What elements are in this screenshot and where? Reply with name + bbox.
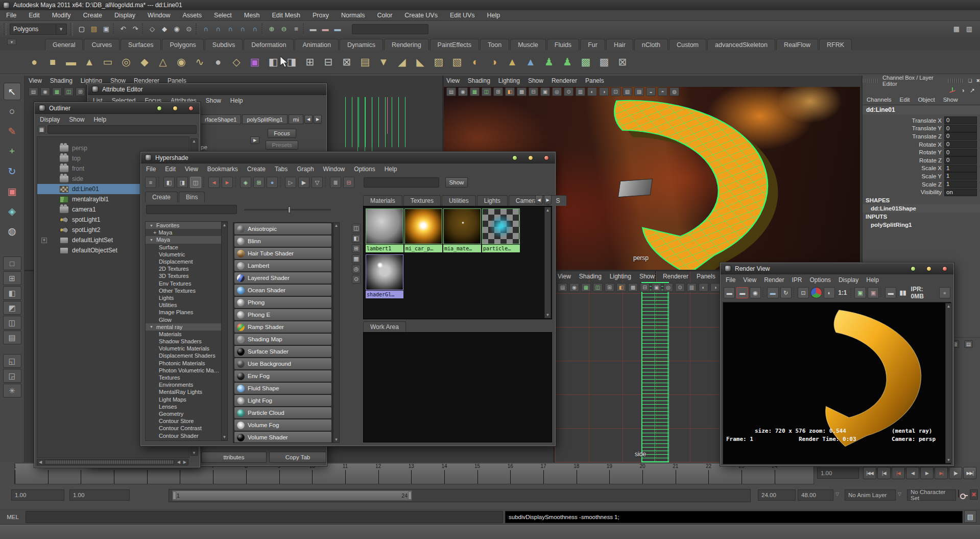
gripper[interactable] <box>4 23 7 35</box>
panel-toolbar-icon[interactable]: ◫ <box>482 87 491 96</box>
shelf-tool-icon[interactable]: ∿ <box>192 54 207 70</box>
chevron-down-icon[interactable]: ▽ <box>898 491 901 497</box>
channel-value-field[interactable]: 1 <box>944 180 977 188</box>
time-slider-frame[interactable]: 20 <box>642 463 676 484</box>
animation-start-field[interactable]: 1.00 <box>11 489 64 501</box>
animation-end-field[interactable]: 48.00 <box>798 489 833 501</box>
hypershade-toolbar-icon[interactable]: ► <box>222 177 233 188</box>
material-list-scrollbar[interactable]: ▲ ▼ <box>333 222 340 443</box>
render-view-menu-item[interactable]: View <box>743 276 756 284</box>
create-material-button[interactable]: Layered Shader <box>234 272 332 284</box>
scroll-down-icon[interactable]: ▼ <box>546 313 550 317</box>
time-slider-frame[interactable]: 7 <box>213 463 246 484</box>
playback-button[interactable]: |◀ <box>892 467 905 479</box>
scroll-thumb[interactable] <box>45 460 174 464</box>
panel-toolbar-icon[interactable]: ▤ <box>558 283 567 292</box>
panel-toolbar-icon[interactable]: ◐ <box>587 87 597 96</box>
scroll-up-icon[interactable]: ▲ <box>334 223 339 228</box>
maximize-light[interactable] <box>528 155 533 160</box>
playback-button[interactable]: ▶ <box>920 467 934 479</box>
hypershade-toolbar-icon[interactable]: ◧ <box>163 177 175 188</box>
time-slider-frame[interactable]: 13 <box>411 463 444 484</box>
playback-button[interactable]: ◀ <box>906 467 919 479</box>
time-slider-frame[interactable]: 11 <box>345 463 378 484</box>
render-view-menu-item[interactable]: Render <box>764 276 784 284</box>
load-attributes-button[interactable]: ttributes <box>201 452 267 463</box>
status-icon[interactable]: ◆ <box>159 24 170 35</box>
material-swatch[interactable]: lambert1 <box>366 208 403 252</box>
tab-scroll-left-icon[interactable]: ◀ <box>304 115 313 124</box>
pane-option-icon[interactable]: ▦ <box>352 254 361 263</box>
shelf-tab[interactable]: advancedSkeleton <box>707 39 775 50</box>
render-view-toolbar-icon[interactable] <box>762 288 766 298</box>
time-slider-frame[interactable]: 23 <box>742 463 775 484</box>
panel-menu-item[interactable]: Panels <box>697 273 715 280</box>
status-icon[interactable]: ↷ <box>130 24 141 35</box>
render-view-toolbar-icon[interactable]: ◐ <box>824 287 835 298</box>
presets-button[interactable]: Presets <box>266 140 298 150</box>
undock-icon[interactable]: ❏ <box>968 78 972 83</box>
shelf-tab[interactable]: Toon <box>480 39 509 50</box>
hypershade-toolbar-icon[interactable]: ▶ <box>298 177 309 188</box>
create-tree-item[interactable]: 3D Textures <box>146 272 227 279</box>
shelf-tool-icon[interactable]: ▲ <box>82 54 97 70</box>
create-tree-item[interactable]: mental ray <box>146 323 227 331</box>
menu-item[interactable]: Edit <box>29 12 40 19</box>
hypershade-menu-item[interactable]: Tabs <box>275 166 288 173</box>
sidebar-toggle-icon[interactable]: ▦ <box>951 24 962 35</box>
shelf-tab[interactable]: Surfaces <box>121 39 161 50</box>
create-tree-item[interactable]: Lenses <box>146 403 227 410</box>
create-tree-item[interactable]: Surface <box>146 244 227 251</box>
logo-mesh-persp[interactable] <box>559 89 784 276</box>
create-tree-item[interactable]: Favorites <box>146 222 227 229</box>
playback-button[interactable]: ▶▶| <box>963 467 976 479</box>
command-line-mode[interactable]: MEL <box>0 514 26 520</box>
create-material-button[interactable]: Phong <box>234 296 332 309</box>
scroll-up-icon[interactable]: ▲ <box>947 304 951 309</box>
create-tree-item[interactable]: Shadow Shaders <box>146 338 227 345</box>
panel-toolbar-icon[interactable]: ⊞ <box>76 87 85 96</box>
channel-name[interactable]: Translate Y <box>863 125 944 131</box>
shelf-tool-icon[interactable]: ▤ <box>357 54 373 70</box>
scene-tab[interactable]: Utilities <box>442 195 476 206</box>
channel-value-field[interactable]: 0 <box>944 125 977 132</box>
create-tree-item[interactable]: Maya <box>146 229 227 236</box>
shelf-tab-arrow-button[interactable]: ▼ <box>7 39 16 45</box>
panel-toolbar-icon[interactable]: ◉ <box>569 283 579 292</box>
channel-value-field[interactable]: 0 <box>944 156 977 164</box>
panel-menu-item[interactable]: Shading <box>50 77 73 84</box>
create-tree-item[interactable]: Maya <box>146 236 227 243</box>
create-tree-item[interactable]: Contour Store <box>146 417 227 425</box>
panel-toolbar-icon[interactable]: ◉ <box>40 87 50 96</box>
render-view-toolbar-icon[interactable]: ◉ <box>750 287 761 298</box>
filter-icon[interactable]: ▦ <box>38 126 45 133</box>
create-tree-item[interactable]: Volumetric Materials <box>146 345 227 352</box>
shelf-tool-icon[interactable]: ◉ <box>174 54 189 70</box>
menu-item[interactable]: File <box>6 12 16 19</box>
channel-box-menu-item[interactable]: Channels <box>867 97 892 103</box>
create-tree-item[interactable]: Env Textures <box>146 280 227 287</box>
panel-toolbar-icon[interactable]: ◫ <box>593 283 603 292</box>
panel-toolbar-icon[interactable]: ▦ <box>470 87 480 96</box>
render-view-menu-item[interactable]: Display <box>839 276 858 284</box>
channel-value-field[interactable]: 0 <box>944 140 977 148</box>
create-tree-item[interactable]: Other Textures <box>146 287 227 294</box>
create-material-button[interactable]: Anisotropic <box>234 223 332 235</box>
shelf-tab[interactable]: Rendering <box>384 39 429 50</box>
expand-icon[interactable]: ▶ <box>250 136 259 144</box>
hypershade-menu-item[interactable]: Window <box>323 166 345 173</box>
shelf-tool-icon[interactable]: ◆ <box>137 54 152 70</box>
expand-icon[interactable]: + <box>41 238 47 243</box>
pane-option-icon[interactable]: ◫ <box>352 224 361 232</box>
panel-toolbar-icon[interactable]: ◒ <box>646 87 656 96</box>
playback-button[interactable]: |◀ <box>877 467 891 479</box>
render-view-menu-item[interactable]: Options <box>810 276 831 284</box>
panel-toolbar-icon[interactable]: ▥ <box>576 87 585 96</box>
status-icon[interactable]: ≡ <box>291 24 302 35</box>
shelf-tool-icon[interactable]: ⊠ <box>615 54 630 70</box>
scene-tab[interactable]: Materials <box>363 195 402 206</box>
toolbox-tool-button[interactable]: + <box>4 143 21 160</box>
channel-value-field[interactable]: 0 <box>944 132 977 140</box>
toolbox-tool-button[interactable]: ↻ <box>4 162 21 180</box>
shape-node[interactable]: dd:Line01Shape <box>863 204 980 213</box>
